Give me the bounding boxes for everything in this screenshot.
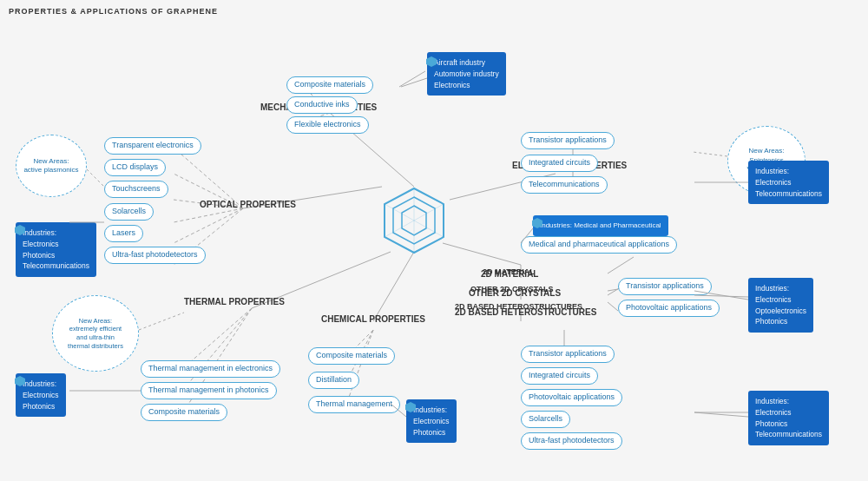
hex-icon-chem bbox=[404, 401, 417, 413]
medpharm-ind-box: Industries: Medical and Pharmaceutical bbox=[533, 215, 668, 236]
svg-line-9 bbox=[399, 71, 425, 87]
svg-line-46 bbox=[401, 78, 427, 87]
medPharm-pill: Medical and pharmaceutical applications bbox=[521, 236, 677, 254]
hex-icon-thermal bbox=[14, 375, 26, 387]
ultrafast1-pill: Ultra-fast photodetectors bbox=[104, 247, 206, 264]
thermal1-pill: Thermal management in electronics bbox=[141, 360, 280, 378]
svg-marker-44 bbox=[405, 402, 416, 412]
thermal2-pill: Thermal management in photonics bbox=[141, 382, 277, 399]
composite1-pill: Composite materials bbox=[286, 76, 373, 94]
hex-icon-aircraft bbox=[425, 56, 437, 68]
integratedCircuits1-pill: Integrated circuits bbox=[521, 155, 598, 172]
svg-line-47 bbox=[693, 152, 727, 156]
composite2-pill: Composite materials bbox=[141, 404, 227, 421]
elecTelecom-box: Industries:ElectronicsTelecommunications bbox=[748, 161, 829, 204]
svg-line-4 bbox=[373, 252, 414, 321]
svg-line-49 bbox=[694, 295, 748, 297]
photovoltaic1-pill: Photovoltaic applications bbox=[618, 300, 720, 317]
hex-icon-left bbox=[14, 224, 26, 236]
svg-line-28 bbox=[608, 257, 634, 273]
elecPhotonLeft-box: Industries:ElectronicsPhotonicsTelecommu… bbox=[16, 222, 96, 277]
svg-line-58 bbox=[608, 302, 618, 311]
page-title: PROPERTIES & APPLICATIONS OF GRAPHENE bbox=[9, 7, 218, 16]
touchscreens-pill: Touchscreens bbox=[104, 181, 168, 198]
svg-line-51 bbox=[87, 169, 104, 187]
center-hexagon bbox=[378, 185, 450, 256]
svg-line-53 bbox=[139, 313, 184, 330]
lcd-pill: LCD displays bbox=[104, 159, 166, 176]
other2D-sub: OTHER 2D CRYSTALS bbox=[470, 285, 554, 293]
ultrafast2-pill: Ultra-fast photodetectors bbox=[521, 432, 622, 450]
integratedCircuits2-pill: Integrated circuits bbox=[521, 367, 598, 385]
elecOptoPhoton-box: Industries:ElectronicsOptoelectronicsPho… bbox=[748, 278, 813, 333]
twoDHetero-sub: 2D BASED HETEROSTRUCTURES bbox=[455, 302, 582, 311]
lasers-pill: Lasers bbox=[104, 225, 143, 242]
svg-marker-45 bbox=[532, 218, 542, 228]
svg-line-20 bbox=[182, 308, 252, 391]
chemical-label: CHEMICAL PROPERTIES bbox=[321, 314, 425, 324]
svg-line-14 bbox=[174, 208, 243, 243]
conductiveInks-pill: Conductive inks bbox=[286, 96, 358, 114]
transistor2-pill: Transistor applications bbox=[618, 278, 712, 295]
distillation-pill: Distillation bbox=[308, 372, 359, 389]
svg-marker-42 bbox=[15, 225, 25, 235]
telecom1-pill: Telecommunications bbox=[521, 176, 608, 194]
svg-marker-43 bbox=[15, 376, 25, 386]
elecPhotonTelecom-box: Industries:ElectronicsPhotonicsTelecommu… bbox=[748, 391, 829, 445]
transistor1-pill: Transistor applications bbox=[521, 132, 615, 149]
svg-line-13 bbox=[174, 208, 243, 222]
thermalMgmt-pill: Thermal management bbox=[308, 396, 400, 413]
hex-icon-med bbox=[531, 217, 543, 229]
aircraft-box: Aircraft industry Automotive industry El… bbox=[427, 52, 506, 96]
photovoltaic2-pill: Photovoltaic applications bbox=[521, 389, 622, 406]
transparentElec-pill: Transparent electronics bbox=[104, 137, 201, 155]
svg-line-57 bbox=[608, 289, 618, 291]
twoD-sub: 2D MATERIAL bbox=[483, 267, 535, 276]
svg-marker-41 bbox=[426, 56, 437, 67]
optical-label: OPTICAL PROPERTIES bbox=[200, 200, 296, 209]
svg-line-5 bbox=[443, 243, 521, 265]
thermal-label: THERMAL PROPERTIES bbox=[184, 297, 285, 306]
svg-line-60 bbox=[694, 412, 748, 417]
solarcells1-pill: Solarcells bbox=[104, 203, 154, 221]
transistor3-pill: Transistor applications bbox=[521, 346, 615, 363]
flexibleElec-pill: Flexible electronics bbox=[286, 116, 369, 134]
svg-line-24 bbox=[347, 330, 373, 402]
composite3-pill: Composite materials bbox=[308, 347, 395, 365]
solarcells2-pill: Solarcells bbox=[521, 411, 570, 428]
